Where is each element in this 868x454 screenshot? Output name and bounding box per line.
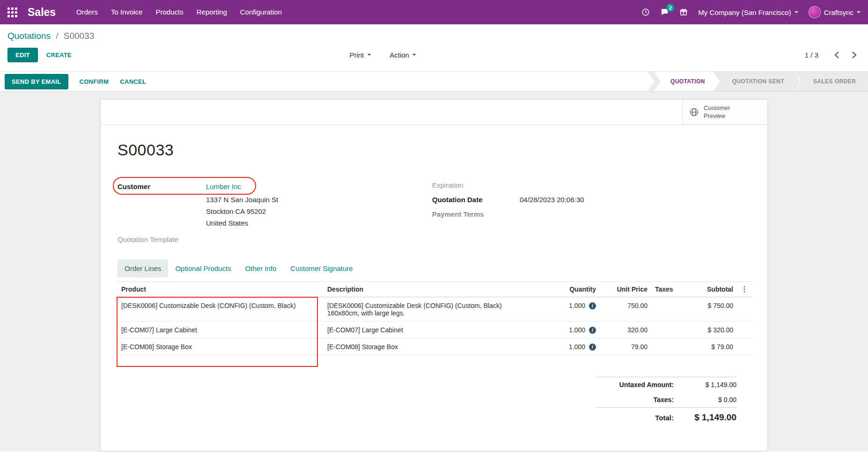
expiration-label: Expiration [432,181,520,189]
address-line-1: 1337 N San Joaquin St [206,194,432,205]
table-header-row: Product Description Quantity Unit Price … [118,282,751,297]
control-panel: Quotations / S00033 EDIT CREATE Print Ac… [0,24,868,71]
payment-terms-label: Payment Terms [432,210,520,218]
nav-orders[interactable]: Orders [70,0,104,24]
cell-quantity: 1.000 [569,302,585,309]
col-header-unit-price[interactable]: Unit Price [600,282,651,297]
action-menus: Print Action [349,51,416,59]
column-options-icon[interactable]: ⋮ [741,285,748,293]
cell-taxes [651,322,686,338]
cell-unit-price: 320.00 [600,322,651,338]
confirm-button[interactable]: CONFIRM [80,78,109,85]
messages-badge: 2 [666,4,674,12]
quotation-title: S00033 [118,141,750,159]
apps-menu-icon[interactable] [7,7,17,17]
sheet-body: S00033 Customer Lumber Inc 1337 N San Jo… [101,125,767,426]
customer-info-column: Customer Lumber Inc 1337 N San Joaquin S… [118,181,432,243]
notebook-tabs: Order Lines Optional Products Other Info… [118,259,750,278]
status-step-sales-order[interactable]: SALES ORDER [801,71,868,92]
status-steps: QUOTATION QUOTATION SENT SALES ORDER [647,71,868,92]
pager: 1 / 3 [805,50,861,60]
pager-value[interactable]: 1 / 3 [805,51,818,59]
chevron-down-icon [794,11,798,13]
tab-customer-signature[interactable]: Customer Signature [283,259,360,278]
edit-button[interactable]: EDIT [7,48,38,62]
chevron-down-icon [857,11,861,13]
print-menu[interactable]: Print [349,51,371,59]
form-view-content: Customer Preview S00033 Customer Lumber … [0,92,868,452]
status-step-quotation-sent[interactable]: QUOTATION SENT [720,71,796,92]
untaxed-amount-value: $ 1,149.00 [684,381,736,388]
info-section: Customer Lumber Inc 1337 N San Joaquin S… [118,181,750,243]
taxes-label: Taxes: [596,396,684,403]
tab-order-lines[interactable]: Order Lines [118,259,168,278]
customer-field-row: Customer Lumber Inc [118,181,432,192]
forecast-info-icon[interactable]: i [589,344,596,351]
navbar-systray: 2 My Company (San Francisco) Craftsync [641,6,861,18]
cancel-button[interactable]: CANCEL [120,78,146,85]
table-row: [E-COM08] Storage Box [E-COM08] Storage … [118,338,751,355]
col-header-taxes[interactable]: Taxes [651,282,686,297]
nav-products[interactable]: Products [149,0,190,24]
create-button[interactable]: CREATE [46,51,72,59]
user-avatar-icon [809,6,821,18]
cell-subtotal: $ 320.00 [686,322,737,338]
customer-label: Customer [118,183,206,190]
cell-description: [E-COM07] Large Cabinet [324,322,544,338]
chevron-down-icon [412,54,416,56]
quotation-date-field-row: Quotation Date 04/28/2023 20:06:30 [432,196,750,206]
breadcrumb: Quotations / S00033 [7,31,861,41]
col-header-quantity[interactable]: Quantity [544,282,600,297]
cell-product: [DESK0006] Customizable Desk (CONFIG) (C… [118,297,324,322]
top-navbar: Sales Orders To Invoice Products Reporti… [0,0,868,24]
user-menu[interactable]: Craftsync [809,6,861,18]
status-step-quotation[interactable]: QUOTATION [654,71,720,92]
tab-other-info[interactable]: Other Info [238,259,284,278]
forecast-info-icon[interactable]: i [589,302,596,309]
breadcrumb-quotations-link[interactable]: Quotations [7,31,51,41]
sheet-header-strip: Customer Preview [101,100,767,125]
col-header-product[interactable]: Product [118,282,324,297]
company-name: My Company (San Francisco) [698,8,791,16]
expiration-field-row: Expiration [432,181,750,191]
customer-preview-button[interactable]: Customer Preview [682,100,767,124]
pager-previous-button[interactable] [831,50,843,60]
send-by-email-button[interactable]: SEND BY EMAIL [5,74,68,89]
col-header-description[interactable]: Description [324,282,544,297]
untaxed-amount-label: Untaxed Amount: [596,381,684,388]
cell-subtotal: $ 750.00 [686,297,737,322]
address-line-2: Stockton CA 95202 [206,205,432,217]
cell-product: [E-COM08] Storage Box [118,338,324,355]
taxes-value: $ 0.00 [684,396,736,403]
pager-next-button[interactable] [848,50,861,60]
untaxed-amount-row: Untaxed Amount: $ 1,149.00 [596,377,736,392]
forecast-info-icon[interactable]: i [589,327,596,334]
statusbar-buttons: SEND BY EMAIL CONFIRM CANCEL [5,74,146,89]
cell-subtotal: $ 79.00 [686,338,737,355]
address-line-3: United States [206,217,432,229]
cell-taxes [651,297,686,322]
control-panel-buttons: EDIT CREATE Print Action 1 / 3 [7,47,861,63]
app-name[interactable]: Sales [28,6,56,19]
nav-reporting[interactable]: Reporting [190,0,234,24]
total-value: $ 1,149.00 [684,412,736,423]
messages-icon[interactable]: 2 [660,8,669,16]
gift-icon[interactable] [679,8,688,16]
action-menu[interactable]: Action [390,51,416,59]
form-statusbar: SEND BY EMAIL CONFIRM CANCEL QUOTATION Q… [0,71,868,92]
taxes-row: Taxes: $ 0.00 [596,392,736,407]
payment-terms-field-row: Payment Terms [432,210,750,220]
nav-to-invoice[interactable]: To Invoice [104,0,149,24]
customer-link[interactable]: Lumber Inc [206,183,241,190]
total-label: Total: [596,414,684,422]
breadcrumb-current: S00033 [64,31,95,41]
quotation-date-label: Quotation Date [432,196,520,204]
tab-optional-products[interactable]: Optional Products [168,259,238,278]
step-separator-icon [796,71,801,92]
company-switcher[interactable]: My Company (San Francisco) [698,8,798,16]
cell-taxes [651,338,686,355]
dates-info-column: Expiration Quotation Date 04/28/2023 20:… [432,181,750,243]
col-header-subtotal[interactable]: Subtotal [686,282,737,297]
activities-clock-icon[interactable] [641,8,650,16]
nav-configuration[interactable]: Configuration [234,0,288,24]
